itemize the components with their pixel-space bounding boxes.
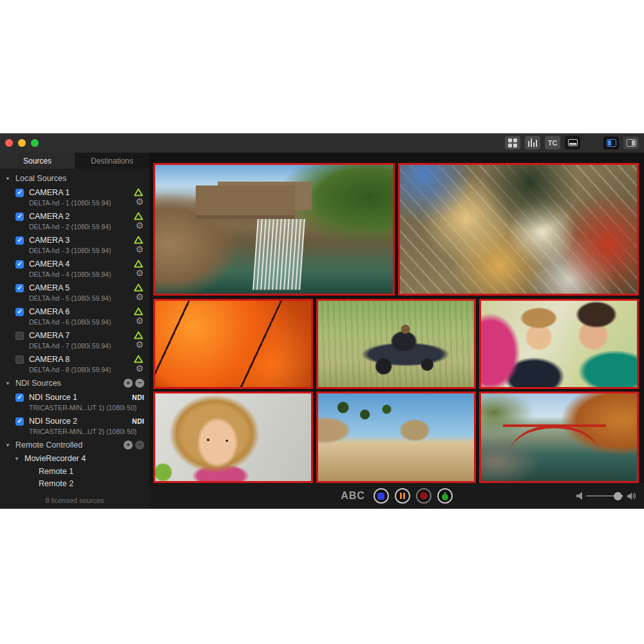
monitor-icon	[568, 139, 578, 146]
source-checkbox[interactable]	[15, 417, 24, 426]
section-ndi-sources[interactable]: ▼ NDI Sources + −	[0, 376, 149, 390]
ndi-badge: NDI	[132, 393, 144, 401]
section-label: Local Sources	[15, 174, 66, 183]
gear-icon[interactable]: ⚙	[135, 340, 144, 349]
add-remote-button[interactable]: +	[124, 440, 133, 450]
remote-group: ▼ MovieRecorder 4 Remote 1 Remote 2	[0, 452, 149, 489]
source-row-ndi-2[interactable]: NDI Source 2 TRICASTER-MIN...UT 2) (1080…	[0, 414, 149, 438]
gear-icon[interactable]: ⚙	[135, 292, 144, 301]
stop-button[interactable]	[374, 488, 389, 504]
tab-destinations[interactable]: Destinations	[75, 153, 149, 169]
sidebar-tabs: Sources Destinations	[0, 153, 149, 169]
source-checkbox[interactable]	[15, 284, 24, 292]
disclosure-icon[interactable]: ▼	[5, 381, 12, 386]
ndi-badge: NDI	[132, 417, 144, 425]
tab-sources[interactable]: Sources	[0, 153, 75, 169]
status-triangle-icon	[134, 212, 143, 220]
right-panel-toggle[interactable]	[623, 137, 639, 149]
source-checkbox[interactable]	[15, 393, 24, 402]
remote-item-2[interactable]: Remote 2	[14, 477, 149, 489]
section-local-sources[interactable]: ▼ Local Sources	[0, 171, 149, 185]
video-tile-castle-waterfall[interactable]	[153, 163, 395, 296]
source-label: CAMERA 1	[29, 188, 70, 197]
video-tile-maple-leaves[interactable]	[153, 299, 313, 389]
audio-meters-button[interactable]	[525, 136, 540, 149]
tab-destinations-label: Destinations	[91, 156, 133, 166]
video-tile-beach-promenade[interactable]	[316, 392, 476, 483]
source-row-camera-2[interactable]: CAMERA 2 DELTA-hd - 2 (1080i 59.94) ⚙	[0, 209, 149, 233]
remove-source-button[interactable]: −	[135, 379, 144, 388]
remote-group-movierecorder-4[interactable]: ▼ MovieRecorder 4	[14, 452, 149, 465]
minimize-button[interactable]	[18, 139, 26, 147]
source-label: CAMERA 3	[29, 236, 70, 245]
grid-icon	[508, 138, 517, 147]
record-button[interactable]	[416, 488, 431, 504]
disclosure-icon[interactable]: ▼	[5, 442, 12, 448]
timecode-button[interactable]: TC	[545, 136, 560, 149]
fullscreen-monitor-button[interactable]	[565, 136, 580, 149]
sync-button[interactable]	[437, 488, 453, 504]
source-label: NDI Source 1	[29, 393, 77, 402]
source-row-camera-7[interactable]: CAMERA 7 DELTA-hd - 7 (1080i 59.94) ⚙	[0, 328, 149, 352]
remote-item-1[interactable]: Remote 1	[14, 465, 149, 477]
titlebar[interactable]: TC	[0, 133, 644, 153]
section-remote-controlled[interactable]: ▼ Remote Controlled + −	[0, 438, 149, 452]
remove-remote-button[interactable]: −	[135, 440, 144, 450]
preview-stage: ABC	[149, 153, 644, 509]
volume-control	[576, 483, 636, 509]
add-source-button[interactable]: +	[124, 379, 133, 388]
gear-icon[interactable]: ⚙	[135, 221, 144, 230]
disclosure-icon[interactable]: ▼	[14, 456, 21, 462]
close-button[interactable]	[5, 139, 13, 147]
source-checkbox[interactable]	[15, 332, 24, 340]
source-row-camera-8[interactable]: CAMERA 8 DELTA-hd - 8 (1080i 59.94) ⚙	[0, 352, 149, 376]
video-tile-mother-and-son[interactable]	[479, 299, 639, 389]
status-triangle-icon	[134, 331, 143, 339]
disclosure-icon[interactable]: ▼	[5, 176, 12, 182]
source-subtitle: DELTA-hd - 2 (1080i 59.94)	[15, 223, 144, 231]
source-label: CAMERA 7	[29, 331, 70, 340]
speaker-icon[interactable]	[627, 492, 636, 500]
sources-list: ▼ Local Sources CAMERA 1 DELTA-hd - 1 (1…	[0, 169, 149, 495]
traffic-lights	[5, 139, 39, 147]
grid-view-button[interactable]	[505, 136, 520, 149]
pause-button[interactable]	[395, 488, 410, 504]
video-tile-red-bridge[interactable]	[479, 392, 639, 483]
left-panel-toggle[interactable]	[603, 137, 619, 149]
gear-icon[interactable]: ⚙	[135, 269, 144, 278]
remote-item-label: Remote 1	[39, 467, 73, 476]
video-tile-toddler-girl[interactable]	[153, 392, 313, 483]
source-checkbox[interactable]	[15, 236, 24, 245]
source-row-camera-4[interactable]: CAMERA 4 DELTA-hd - 4 (1080i 59.94) ⚙	[0, 257, 149, 281]
source-row-camera-1[interactable]: CAMERA 1 DELTA-hd - 1 (1080i 59.94) ⚙	[0, 185, 149, 209]
zoom-button[interactable]	[31, 139, 39, 147]
stop-icon	[377, 493, 384, 500]
source-checkbox[interactable]	[15, 213, 24, 221]
source-row-camera-3[interactable]: CAMERA 3 DELTA-hd - 3 (1080i 59.94) ⚙	[0, 233, 149, 257]
source-label: CAMERA 6	[29, 307, 70, 316]
gear-icon[interactable]: ⚙	[135, 197, 144, 206]
gear-icon[interactable]: ⚙	[135, 245, 144, 254]
source-label: CAMERA 8	[29, 355, 70, 364]
gear-icon[interactable]: ⚙	[135, 316, 144, 325]
timecode-label: TC	[548, 139, 558, 147]
volume-slider[interactable]	[586, 495, 623, 497]
source-checkbox[interactable]	[15, 308, 24, 316]
status-triangle-icon	[134, 283, 143, 292]
source-checkbox[interactable]	[15, 189, 24, 197]
video-tile-japanese-market[interactable]	[398, 163, 639, 296]
video-tile-go-kart[interactable]	[316, 299, 476, 389]
sources-sidebar: Sources Destinations ▼ Local Sources CAM…	[0, 153, 149, 509]
section-label: Remote Controlled	[15, 440, 82, 450]
source-label: CAMERA 4	[29, 260, 70, 269]
gear-icon[interactable]: ⚙	[135, 364, 144, 373]
source-row-camera-5[interactable]: CAMERA 5 DELTA-hd - 5 (1080i 59.94) ⚙	[0, 281, 149, 305]
source-checkbox[interactable]	[15, 260, 24, 269]
source-subtitle: TRICASTER-MIN...UT 2) (1080i 50)	[15, 428, 144, 435]
source-row-camera-6[interactable]: CAMERA 6 DELTA-hd - 6 (1080i 59.94) ⚙	[0, 305, 149, 328]
mute-icon[interactable]	[576, 492, 582, 500]
source-checkbox[interactable]	[15, 355, 24, 364]
source-row-ndi-1[interactable]: NDI Source 1 TRICASTER-MIN...UT 1) (1080…	[0, 390, 149, 414]
volume-knob[interactable]	[614, 492, 622, 500]
toolbar: TC	[505, 136, 639, 149]
